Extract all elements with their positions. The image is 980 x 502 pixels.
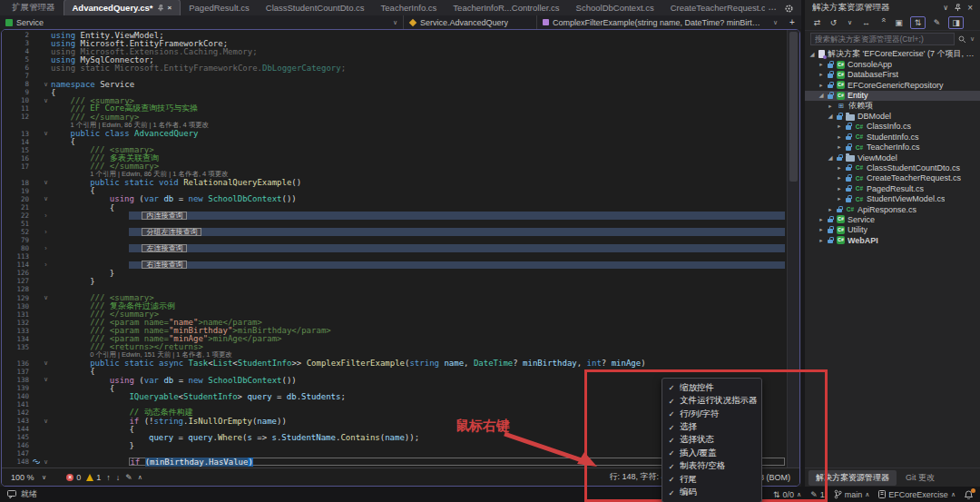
fold-marker-icon[interactable]: ∨ — [41, 376, 51, 383]
fold-marker-icon[interactable]: ∨ — [41, 97, 51, 104]
zoom-control[interactable]: 100 % ∨ — [11, 473, 46, 482]
tree-item-pagedresult-cs[interactable]: ▸C#PagedResult.cs — [805, 183, 980, 193]
repository-selector[interactable]: EFCoreExercise ∧ — [878, 490, 956, 499]
fold-marker-icon[interactable]: › — [41, 229, 51, 235]
pending-edits-status[interactable]: ✎ 1 — [810, 490, 825, 499]
document-tab-pagedresult-cs[interactable]: PagedResult.cs — [181, 0, 258, 15]
expander-closed-icon[interactable]: ▸ — [827, 206, 834, 213]
collapsed-region-label-item[interactable]: 内连接查询 — [142, 212, 187, 220]
fold-marker-icon[interactable]: › — [41, 261, 51, 268]
expander-open-icon[interactable]: ◢ — [827, 154, 834, 162]
chevron-down-icon[interactable]: ∨ — [768, 19, 778, 26]
document-tab-item[interactable]: 扩展管理器 — [4, 0, 64, 15]
chevron-down-icon[interactable]: ∨ — [387, 19, 397, 26]
menu-item-item[interactable]: ✓插入/覆盖 — [662, 448, 761, 459]
tree-item-viewmodel[interactable]: ◢ViewModel — [805, 153, 980, 162]
collapsed-region-label-item[interactable]: 分组左连接查询 — [142, 228, 201, 236]
edit-item-icon[interactable]: ✎ — [932, 17, 942, 28]
code-line-80[interactable]: 80›左连接查询 — [2, 244, 787, 252]
tree-item-studentinfo-cs[interactable]: ▸C#StudentInfo.cs — [805, 132, 980, 142]
expander-closed-icon[interactable]: ▸ — [818, 226, 825, 233]
search-icon[interactable] — [958, 35, 966, 44]
switch-views-icon[interactable]: ↔ — [861, 17, 871, 28]
code-line-113[interactable]: 113 — [2, 252, 787, 261]
tree-item-dbmodel[interactable]: ◢DBModel — [805, 111, 980, 121]
expander-closed-icon[interactable]: ▸ — [836, 185, 843, 192]
expander-closed-icon[interactable]: ▸ — [818, 237, 825, 244]
code-line-22[interactable]: 22›内连接查询 — [2, 212, 787, 220]
menu-item-item[interactable]: ✓选择 — [662, 421, 761, 433]
expander-closed-icon[interactable]: ▸ — [827, 103, 834, 110]
editor-scrollbar[interactable] — [787, 30, 799, 468]
expander-closed-icon[interactable]: ▸ — [818, 71, 825, 78]
tree-item-consoleapp[interactable]: ▸C#ConsoleApp — [805, 59, 980, 69]
sync-commits-status[interactable]: ⇅ 0/0 ∧ — [773, 490, 801, 499]
tree-item-classinfo-cs[interactable]: ▸C#ClassInfo.cs — [805, 122, 980, 132]
next-issue-icon[interactable]: ↓ — [116, 473, 121, 482]
menu-item-item[interactable]: ✓文件运行状况指示器 — [662, 395, 761, 407]
fold-marker-icon[interactable]: ∨ — [41, 458, 51, 466]
code-line-51[interactable]: 51 — [2, 220, 787, 228]
collapsed-region-label-item[interactable]: 左连接查询 — [142, 244, 187, 252]
tree-item-databasefirst[interactable]: ▸C#DatabaseFirst — [805, 70, 980, 80]
document-tab-createteacherrequest-cs[interactable]: CreateTeacherRequest.cs — [662, 0, 765, 15]
collapsed-region[interactable]: 右连接查询 — [129, 261, 785, 270]
track-active-item-icon[interactable]: ⇅ — [910, 16, 926, 29]
code-line-6[interactable]: 6using static Microsoft.EntityFrameworkC… — [2, 64, 787, 72]
warning-count[interactable]: 1 — [86, 473, 101, 482]
tree-item-apiresponse-cs[interactable]: ▸C#ApiResponse.cs — [805, 204, 980, 214]
sync-with-active-document-icon[interactable]: ⇄ — [812, 17, 822, 28]
expander-closed-icon[interactable]: ▸ — [836, 174, 843, 182]
tree-item-utility[interactable]: ▸C#Utility — [805, 225, 980, 235]
expander-open-icon[interactable]: ◢ — [827, 113, 834, 120]
code-line-127[interactable]: 127} — [2, 277, 787, 285]
menu-item-item[interactable]: ✓编码 — [662, 487, 761, 498]
expander-closed-icon[interactable]: ▸ — [818, 82, 825, 89]
document-tab-advancedquery-cs[interactable]: AdvancedQuery.cs*× — [64, 0, 181, 15]
tab-git-changes[interactable]: Git 更改 — [898, 470, 942, 486]
collapsed-region[interactable]: 左连接查询 — [129, 244, 785, 252]
tree-item-webapi[interactable]: ▸C#WebAPI — [805, 235, 980, 245]
expander-open-icon[interactable]: ◢ — [808, 51, 816, 58]
breadcrumb-class[interactable]: Service.AdvancedQuery — [404, 15, 537, 29]
tree-item-service[interactable]: ▸C#Service — [805, 214, 980, 224]
previous-issue-icon[interactable]: ↑ — [106, 473, 111, 482]
fold-marker-icon[interactable]: ∨ — [41, 294, 51, 301]
pin-icon[interactable] — [954, 4, 962, 12]
breadcrumb-project[interactable]: Service ∨ — [0, 15, 404, 29]
tree-item-teacherinfo-cs[interactable]: ▸C#TeacherInfo.cs — [805, 143, 980, 153]
fold-marker-icon[interactable]: › — [41, 245, 51, 251]
pin-icon[interactable] — [157, 5, 164, 12]
expander-closed-icon[interactable]: ▸ — [836, 143, 843, 151]
expander-closed-icon[interactable]: ▸ — [836, 123, 843, 130]
code-line-21[interactable]: 21{ — [2, 203, 787, 212]
fold-marker-icon[interactable]: › — [41, 212, 51, 219]
collapse-all-icon[interactable]: « — [877, 18, 888, 28]
menu-item-item[interactable]: ✓制表符/空格 — [662, 460, 761, 472]
document-tab-teacherinfor-controller-cs[interactable]: TeacherInfoR...Controller.cs — [445, 0, 567, 15]
branch-selector[interactable]: main ∧ — [834, 489, 870, 499]
feedback-icon[interactable] — [7, 490, 16, 498]
menu-item-item[interactable]: ✓缩放控件 — [662, 382, 761, 394]
chevron-down-icon[interactable]: ∨ — [970, 35, 975, 43]
menu-item-item[interactable]: ✓行/列/字符 — [662, 408, 761, 420]
add-view-button[interactable]: + — [783, 17, 801, 27]
tab-solution-explorer[interactable]: 解决方案资源管理器 — [808, 470, 897, 486]
tree-item-item[interactable]: ▸⊞依赖项 — [805, 101, 980, 111]
expander-open-icon[interactable]: ◢ — [818, 92, 825, 99]
fold-marker-icon[interactable]: ∨ — [41, 81, 51, 88]
close-icon[interactable]: × — [967, 3, 973, 13]
document-tab-teacherinfo-cs[interactable]: TeacherInfo.cs — [373, 0, 446, 15]
fold-marker-icon[interactable]: ∨ — [41, 130, 51, 137]
chevron-down-icon[interactable]: ∨ — [943, 4, 948, 12]
collapsed-region[interactable]: 分组左连接查询 — [129, 228, 785, 236]
fold-marker-icon[interactable]: ∨ — [41, 195, 51, 202]
pending-changes-filter-icon[interactable]: ↺ — [828, 17, 838, 28]
tree-item-efcoregenericrepository[interactable]: ▸C#EFCoreGenericRepository — [805, 80, 980, 90]
expander-closed-icon[interactable]: ▸ — [818, 61, 825, 68]
document-tab-classstudentcountdto-cs[interactable]: ClassStudentCountDto.cs — [258, 0, 373, 15]
fold-marker-icon[interactable]: ∨ — [41, 179, 51, 186]
menu-item-item[interactable]: ✓选择状态 — [662, 434, 761, 446]
tree-item-studentviewmodel-cs[interactable]: ▸C#StudentViewModel.cs — [805, 193, 980, 203]
code-line-79[interactable]: 79 — [2, 236, 787, 244]
